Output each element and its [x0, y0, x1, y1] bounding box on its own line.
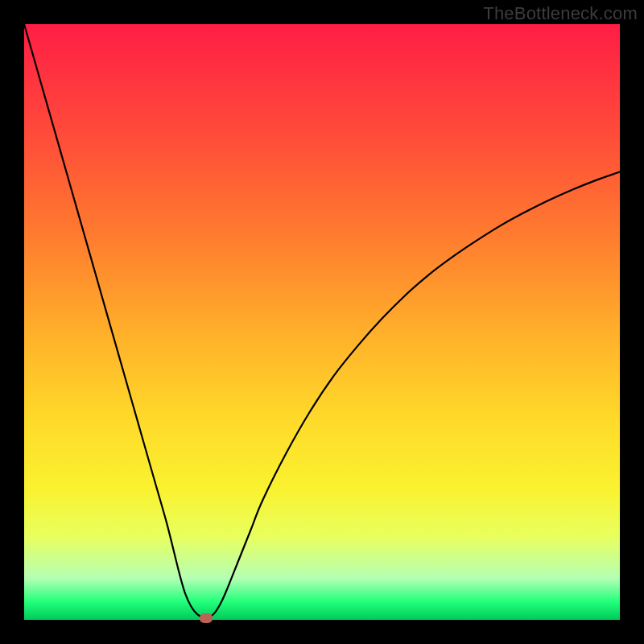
minimum-marker — [200, 613, 213, 623]
chart-stage: TheBottleneck.com — [0, 0, 644, 644]
plot-area — [24, 24, 620, 620]
watermark-text: TheBottleneck.com — [483, 3, 638, 24]
bottleneck-curve — [24, 24, 620, 620]
